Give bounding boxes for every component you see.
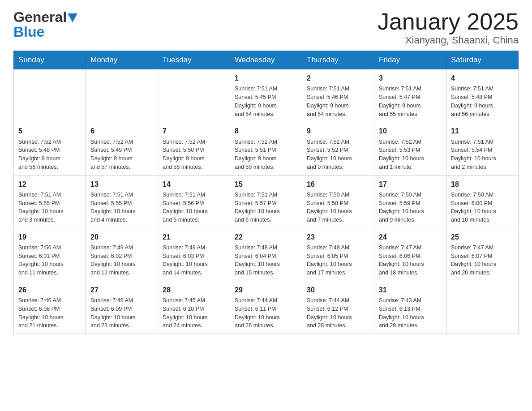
calendar-day-cell: 28Sunrise: 7:45 AM Sunset: 6:10 PM Dayli… [158, 281, 230, 334]
page-header: General Blue January 2025 Xianyang, Shaa… [13, 9, 519, 46]
logo-blue: Blue [13, 24, 44, 40]
day-number: 17 [379, 179, 442, 189]
day-info: Sunrise: 7:50 AM Sunset: 6:00 PM Dayligh… [451, 191, 514, 224]
day-of-week-header: Monday [86, 51, 158, 69]
day-info: Sunrise: 7:51 AM Sunset: 5:47 PM Dayligh… [379, 85, 442, 118]
calendar-day-cell: 7Sunrise: 7:52 AM Sunset: 5:50 PM Daylig… [158, 122, 230, 175]
calendar-day-cell: 15Sunrise: 7:51 AM Sunset: 5:57 PM Dayli… [230, 175, 302, 228]
calendar-week-row: 1Sunrise: 7:51 AM Sunset: 5:45 PM Daylig… [14, 69, 519, 122]
day-number: 16 [307, 179, 369, 189]
calendar-day-cell [86, 69, 158, 122]
day-number: 20 [90, 232, 153, 242]
calendar-title: January 2025 [378, 9, 519, 34]
calendar-day-cell: 11Sunrise: 7:51 AM Sunset: 5:54 PM Dayli… [446, 122, 519, 175]
calendar-day-cell: 23Sunrise: 7:48 AM Sunset: 6:05 PM Dayli… [302, 228, 374, 281]
day-number: 1 [235, 73, 297, 83]
calendar-day-cell: 5Sunrise: 7:52 AM Sunset: 5:48 PM Daylig… [14, 122, 86, 175]
day-number: 28 [163, 285, 225, 295]
calendar-day-cell: 17Sunrise: 7:50 AM Sunset: 5:59 PM Dayli… [374, 175, 446, 228]
day-info: Sunrise: 7:51 AM Sunset: 5:46 PM Dayligh… [307, 85, 369, 118]
day-info: Sunrise: 7:51 AM Sunset: 5:55 PM Dayligh… [90, 191, 153, 224]
day-number: 10 [379, 126, 442, 136]
days-of-week-row: SundayMondayTuesdayWednesdayThursdayFrid… [14, 51, 519, 69]
calendar-week-row: 26Sunrise: 7:46 AM Sunset: 6:08 PM Dayli… [14, 281, 519, 334]
calendar-day-cell: 26Sunrise: 7:46 AM Sunset: 6:08 PM Dayli… [14, 281, 86, 334]
day-number: 8 [235, 126, 297, 136]
day-of-week-header: Thursday [302, 51, 374, 69]
day-info: Sunrise: 7:50 AM Sunset: 6:01 PM Dayligh… [18, 244, 81, 277]
day-number: 27 [90, 285, 153, 295]
calendar-day-cell: 27Sunrise: 7:46 AM Sunset: 6:09 PM Dayli… [86, 281, 158, 334]
day-number: 4 [451, 73, 514, 83]
day-info: Sunrise: 7:52 AM Sunset: 5:48 PM Dayligh… [18, 138, 81, 171]
day-info: Sunrise: 7:44 AM Sunset: 6:12 PM Dayligh… [307, 296, 369, 330]
day-number: 18 [451, 179, 514, 189]
day-number: 29 [235, 285, 297, 295]
calendar-body: 1Sunrise: 7:51 AM Sunset: 5:45 PM Daylig… [14, 69, 519, 334]
day-number: 31 [379, 285, 442, 295]
day-info: Sunrise: 7:45 AM Sunset: 6:10 PM Dayligh… [163, 296, 225, 330]
day-number: 14 [163, 179, 225, 189]
day-info: Sunrise: 7:51 AM Sunset: 5:57 PM Dayligh… [235, 191, 297, 224]
day-number: 22 [235, 232, 297, 242]
calendar-week-row: 19Sunrise: 7:50 AM Sunset: 6:01 PM Dayli… [14, 228, 519, 281]
calendar-day-cell: 30Sunrise: 7:44 AM Sunset: 6:12 PM Dayli… [302, 281, 374, 334]
day-info: Sunrise: 7:46 AM Sunset: 6:08 PM Dayligh… [18, 296, 81, 330]
day-info: Sunrise: 7:49 AM Sunset: 6:02 PM Dayligh… [90, 244, 153, 277]
day-number: 7 [163, 126, 225, 136]
day-of-week-header: Tuesday [158, 51, 230, 69]
calendar-day-cell: 22Sunrise: 7:48 AM Sunset: 6:04 PM Dayli… [230, 228, 302, 281]
day-number: 23 [307, 232, 369, 242]
day-number: 9 [307, 126, 369, 136]
day-info: Sunrise: 7:50 AM Sunset: 5:58 PM Dayligh… [307, 191, 369, 224]
day-number: 5 [18, 126, 81, 136]
day-info: Sunrise: 7:51 AM Sunset: 5:56 PM Dayligh… [163, 191, 225, 224]
calendar-day-cell [14, 69, 86, 122]
day-info: Sunrise: 7:50 AM Sunset: 5:59 PM Dayligh… [379, 191, 442, 224]
day-number: 12 [18, 179, 81, 189]
day-info: Sunrise: 7:51 AM Sunset: 5:54 PM Dayligh… [451, 138, 514, 171]
calendar-day-cell: 25Sunrise: 7:47 AM Sunset: 6:07 PM Dayli… [446, 228, 519, 281]
calendar-day-cell: 10Sunrise: 7:52 AM Sunset: 5:53 PM Dayli… [374, 122, 446, 175]
day-info: Sunrise: 7:43 AM Sunset: 6:13 PM Dayligh… [379, 296, 442, 330]
logo-general: General [13, 9, 67, 26]
day-number: 2 [307, 73, 369, 83]
calendar-day-cell: 29Sunrise: 7:44 AM Sunset: 6:11 PM Dayli… [230, 281, 302, 334]
calendar-table: SundayMondayTuesdayWednesdayThursdayFrid… [13, 51, 519, 334]
day-info: Sunrise: 7:47 AM Sunset: 6:06 PM Dayligh… [379, 244, 442, 277]
calendar-day-cell: 16Sunrise: 7:50 AM Sunset: 5:58 PM Dayli… [302, 175, 374, 228]
day-of-week-header: Wednesday [230, 51, 302, 69]
day-of-week-header: Friday [374, 51, 446, 69]
calendar-day-cell [158, 69, 230, 122]
day-info: Sunrise: 7:44 AM Sunset: 6:11 PM Dayligh… [235, 296, 297, 330]
day-info: Sunrise: 7:51 AM Sunset: 5:55 PM Dayligh… [18, 191, 81, 224]
logo-arrow-icon [68, 13, 77, 22]
calendar-day-cell: 14Sunrise: 7:51 AM Sunset: 5:56 PM Dayli… [158, 175, 230, 228]
day-number: 15 [235, 179, 297, 189]
calendar-day-cell: 9Sunrise: 7:52 AM Sunset: 5:52 PM Daylig… [302, 122, 374, 175]
calendar-day-cell: 20Sunrise: 7:49 AM Sunset: 6:02 PM Dayli… [86, 228, 158, 281]
day-info: Sunrise: 7:46 AM Sunset: 6:09 PM Dayligh… [90, 296, 153, 330]
day-of-week-header: Saturday [446, 51, 519, 69]
calendar-day-cell: 6Sunrise: 7:52 AM Sunset: 5:49 PM Daylig… [86, 122, 158, 175]
day-number: 24 [379, 232, 442, 242]
day-info: Sunrise: 7:52 AM Sunset: 5:50 PM Dayligh… [163, 138, 225, 171]
calendar-day-cell: 8Sunrise: 7:52 AM Sunset: 5:51 PM Daylig… [230, 122, 302, 175]
calendar-day-cell: 18Sunrise: 7:50 AM Sunset: 6:00 PM Dayli… [446, 175, 519, 228]
calendar-day-cell: 13Sunrise: 7:51 AM Sunset: 5:55 PM Dayli… [86, 175, 158, 228]
logo: General Blue [13, 9, 77, 40]
calendar-day-cell: 19Sunrise: 7:50 AM Sunset: 6:01 PM Dayli… [14, 228, 86, 281]
day-info: Sunrise: 7:52 AM Sunset: 5:49 PM Dayligh… [90, 138, 153, 171]
day-info: Sunrise: 7:49 AM Sunset: 6:03 PM Dayligh… [163, 244, 225, 277]
calendar-day-cell: 2Sunrise: 7:51 AM Sunset: 5:46 PM Daylig… [302, 69, 374, 122]
day-number: 11 [451, 126, 514, 136]
day-info: Sunrise: 7:48 AM Sunset: 6:04 PM Dayligh… [235, 244, 297, 277]
calendar-day-cell: 31Sunrise: 7:43 AM Sunset: 6:13 PM Dayli… [374, 281, 446, 334]
calendar-day-cell: 24Sunrise: 7:47 AM Sunset: 6:06 PM Dayli… [374, 228, 446, 281]
calendar-week-row: 5Sunrise: 7:52 AM Sunset: 5:48 PM Daylig… [14, 122, 519, 175]
day-number: 30 [307, 285, 369, 295]
day-number: 19 [18, 232, 81, 242]
day-number: 21 [163, 232, 225, 242]
calendar-day-cell: 1Sunrise: 7:51 AM Sunset: 5:45 PM Daylig… [230, 69, 302, 122]
calendar-day-cell: 12Sunrise: 7:51 AM Sunset: 5:55 PM Dayli… [14, 175, 86, 228]
